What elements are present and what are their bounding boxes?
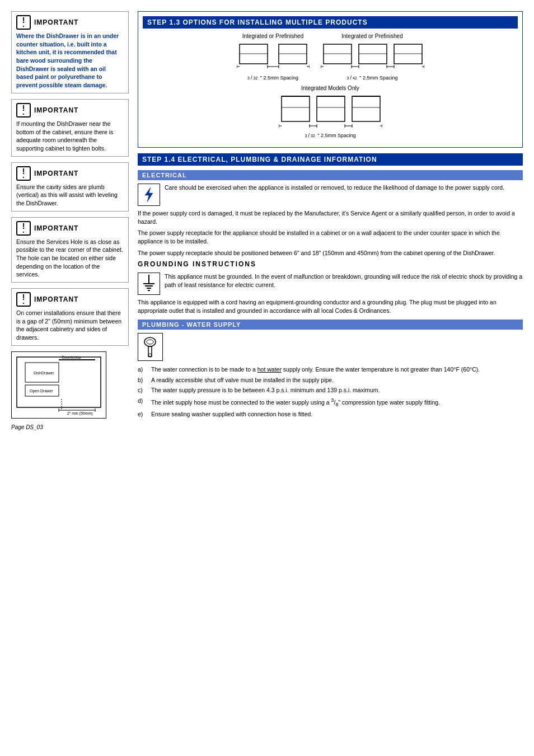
plumbing-item-b-text: A readily accessible shut off valve must… [151, 376, 334, 384]
hot-water-underline: hot water [257, 366, 282, 373]
svg-rect-12 [240, 44, 268, 64]
important-icon-3: !• [16, 166, 31, 181]
plumbing-item-e-text: Ensure sealing washer supplied with conn… [151, 410, 312, 419]
important-header-1: !• IMPORTANT [16, 15, 124, 30]
important-box-4: !• IMPORTANT Ensure the Services Hole is… [11, 217, 129, 283]
diagram-section-3: Integrated Models Only [279, 85, 382, 138]
svg-rect-66 [148, 346, 152, 356]
important-box-3: !• IMPORTANT Ensure the cavity sides are… [11, 162, 129, 212]
important-icon-1: !• [16, 15, 31, 30]
important-icon-4: !• [16, 221, 31, 236]
svg-text:Open Drawer: Open Drawer [30, 389, 53, 393]
svg-rect-25 [394, 44, 422, 64]
electrical-care-text: Care should be exercised when the applia… [165, 184, 523, 192]
corner-svg: DishDrawer Countertop Open Drawer 2" min… [14, 354, 105, 416]
plumbing-item-c-label: c) [138, 386, 147, 395]
spacing-label-3: 3/32 " 2.5mm Spacing [305, 133, 356, 138]
step-1-3-section: STEP 1.3 OPTIONS FOR INSTALLING MULTIPLE… [138, 11, 523, 148]
plumbing-item-e-label: e) [138, 410, 147, 419]
important-text-1: Where the DishDrawer is in an under coun… [16, 32, 124, 90]
diagram-row-top: Integrated or Prefinished [143, 33, 518, 81]
diagram-label-1: Integrated or Prefinished [242, 33, 304, 39]
diagram-row-bottom: Integrated Models Only [143, 85, 518, 138]
important-text-4: Ensure the Services Hole is as close as … [16, 238, 124, 279]
ground-symbol-icon [140, 274, 157, 294]
plumbing-item-a: a) The water connection is to be made to… [138, 365, 523, 374]
left-column: !• IMPORTANT Where the DishDrawer is in … [11, 11, 129, 430]
svg-text:Countertop: Countertop [62, 355, 81, 360]
important-header-2: !• IMPORTANT [16, 103, 124, 118]
svg-rect-23 [324, 44, 352, 64]
electrical-header: ELECTRICAL [138, 170, 523, 180]
important-title-2: IMPORTANT [34, 106, 78, 114]
plumbing-item-e: e) Ensure sealing washer supplied with c… [138, 410, 523, 419]
important-icon-5: !• [16, 292, 31, 307]
plumbing-item-b: b) A readily accessible shut off valve m… [138, 376, 523, 384]
electrical-para-2: The power supply receptacle for the appl… [138, 229, 523, 245]
svg-point-65 [147, 340, 153, 344]
svg-rect-24 [359, 44, 387, 64]
plumbing-item-a-label: a) [138, 365, 147, 374]
important-text-5: On corner installations ensure that ther… [16, 309, 124, 342]
electrical-info-row: Care should be exercised when the applia… [138, 184, 523, 206]
svg-marker-58 [145, 187, 153, 202]
svg-rect-40 [317, 96, 345, 121]
grounding-para-1: This appliance is equipped with a cord h… [138, 298, 523, 314]
main-layout: !• IMPORTANT Where the DishDrawer is in … [11, 11, 523, 430]
plumbing-item-d-label: d) [138, 397, 147, 408]
svg-text:DishDrawer: DishDrawer [34, 371, 54, 375]
diagram-label-2: Integrated or Prefinished [341, 33, 403, 39]
diagram-label-3: Integrated Models Only [301, 85, 359, 91]
corner-diagram: DishDrawer Countertop Open Drawer 2" min… [11, 351, 106, 419]
water-valve-icon [140, 335, 160, 359]
diagram-svg-2 [321, 41, 424, 75]
important-box-5: !• IMPORTANT On corner installations ens… [11, 288, 129, 346]
diagram-svg-3 [279, 93, 382, 133]
plumbing-section: PLUMBING - WATER SUPPLY a) The water con… [138, 320, 523, 419]
important-text-2: If mounting the DishDrawer near the bott… [16, 120, 124, 153]
important-icon-2: !• [16, 103, 31, 118]
important-box-1: !• IMPORTANT Where the DishDrawer is in … [11, 11, 129, 93]
important-title-5: IMPORTANT [34, 295, 78, 303]
svg-rect-41 [352, 96, 380, 121]
electrical-para-3: The power supply receptacle should be po… [138, 249, 523, 257]
diagram-section-1: Integrated or Prefinished [237, 33, 310, 81]
lightning-icon-box [138, 184, 160, 206]
svg-rect-39 [282, 96, 310, 121]
spacing-label-2: 3/42 " 2.5mm Spacing [347, 75, 398, 81]
important-header-5: !• IMPORTANT [16, 292, 124, 307]
grounding-text: This appliance must be grounded. In the … [165, 273, 523, 289]
plumbing-item-b-label: b) [138, 376, 147, 384]
important-title-1: IMPORTANT [34, 18, 78, 26]
spacing-label-1: 3/32 " 2.5mm Spacing [247, 75, 298, 81]
right-column: STEP 1.3 OPTIONS FOR INSTALLING MULTIPLE… [138, 11, 523, 430]
important-box-2: !• IMPORTANT If mounting the DishDrawer … [11, 99, 129, 157]
lightning-icon [143, 186, 155, 203]
plumbing-item-d-text: The inlet supply hose must be connected … [151, 397, 440, 408]
plumbing-item-a-text: The water connection is to be made to a … [151, 365, 480, 374]
plumbing-header: PLUMBING - WATER SUPPLY [138, 320, 523, 330]
ground-icon-box [138, 273, 160, 295]
svg-text:2" min (50mm): 2" min (50mm) [67, 411, 93, 416]
important-title-4: IMPORTANT [34, 224, 78, 232]
plumbing-list: a) The water connection is to be made to… [138, 365, 523, 419]
electrical-para-1: If the power supply cord is damaged, it … [138, 209, 523, 226]
diagram-svg-1 [237, 41, 310, 75]
important-header-4: !• IMPORTANT [16, 221, 124, 236]
step-1-3-header: STEP 1.3 OPTIONS FOR INSTALLING MULTIPLE… [143, 16, 518, 29]
step-1-4-header: STEP 1.4 ELECTRICAL, PLUMBING & DRAINAGE… [138, 153, 523, 166]
diagram-section-2: Integrated or Prefinished [321, 33, 424, 81]
grounding-section: GROUNDING INSTRUCTIONS This appliance mu… [138, 260, 523, 314]
page-footer: Page DS_03 [11, 424, 129, 430]
plumbing-item-c: c) The water supply pressure is to be be… [138, 386, 523, 395]
step-1-4-section: STEP 1.4 ELECTRICAL, PLUMBING & DRAINAGE… [138, 153, 523, 418]
grounding-info-row: This appliance must be grounded. In the … [138, 273, 523, 295]
water-valve-icon-box [138, 333, 163, 361]
svg-point-64 [144, 337, 156, 346]
grounding-label: GROUNDING INSTRUCTIONS [138, 260, 523, 269]
important-title-3: IMPORTANT [34, 170, 78, 177]
important-text-3: Ensure the cavity sides are plumb (verti… [16, 183, 124, 208]
plumbing-item-d: d) The inlet supply hose must be connect… [138, 397, 523, 408]
svg-rect-13 [279, 44, 307, 64]
important-header-3: !• IMPORTANT [16, 166, 124, 181]
